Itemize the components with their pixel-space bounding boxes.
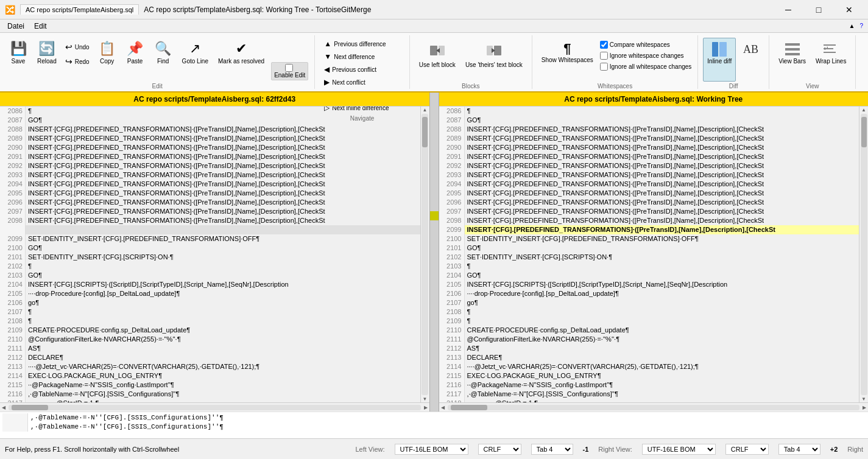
enable-edit-button[interactable]: Enable Edit: [271, 62, 308, 80]
whitespaces-group-content: ¶ Show Whitespaces Compare whitespaces I…: [537, 38, 693, 82]
reload-button[interactable]: 🔄 Reload: [33, 38, 61, 82]
ribbon-spacer: [856, 35, 868, 89]
right-pane-scroll[interactable]: 2086¶2087GO¶2088INSERT·[CFG].[PREDEFINED…: [439, 107, 869, 402]
left-pane-scroll[interactable]: 2086¶2087GO¶2088INSERT·[CFG].[PREDEFINED…: [0, 107, 429, 402]
right-vscroll-track[interactable]: [861, 114, 867, 395]
left-pane-header: AC repo scripts/TemplateAisberg.sql: 62f…: [0, 93, 429, 107]
right-vscroll-thumb[interactable]: [861, 117, 867, 147]
copy-button[interactable]: 📋 Copy: [94, 38, 121, 82]
ribbon-group-navigate: ▲ Previous difference ▼ Next difference …: [315, 35, 410, 89]
right-tab-dropdown[interactable]: Tab 4: [778, 444, 820, 455]
line-text: GO¶: [26, 244, 420, 253]
next-conflict-button[interactable]: ▶ Next conflict: [320, 76, 404, 88]
help-btn[interactable]: ?: [857, 23, 866, 29]
line-number: 2092: [0, 161, 26, 170]
right-vscroll-up[interactable]: ▲: [861, 107, 866, 113]
show-whitespaces-button[interactable]: ¶ Show Whitespaces: [537, 38, 598, 82]
right-vscroll-down[interactable]: ▼: [861, 396, 866, 402]
bottom-line-2-text: ,·@TableName·=·N''[CFG].[SSIS_Configurat…: [28, 422, 224, 432]
window-tabs: AC repo scripts/TemplateAisberg.sql: [20, 4, 139, 15]
ignore-all-ws-option[interactable]: Ignore all whitespace changes: [599, 62, 693, 71]
maximize-button[interactable]: □: [805, 1, 833, 19]
inline-diff-button[interactable]: Inline diff: [703, 38, 736, 82]
left-hscroll-thumb[interactable]: [12, 405, 48, 410]
right-vscroll[interactable]: ▲ ▼: [859, 107, 868, 402]
left-vscroll-down[interactable]: ▼: [423, 396, 428, 402]
right-eol-dropdown[interactable]: CRLF: [725, 444, 769, 455]
left-vscroll-up[interactable]: ▲: [423, 107, 428, 113]
status-bar: For Help, press F1. Scroll horizontally …: [0, 438, 868, 459]
blocks-group-content: Use left block Use 'theirs' text block: [415, 38, 527, 82]
ribbon-group-whitespaces: ¶ Show Whitespaces Compare whitespaces I…: [532, 35, 699, 89]
svg-rect-9: [785, 43, 800, 46]
right-hscroll-thumb[interactable]: [451, 405, 487, 410]
left-vscroll-thumb[interactable]: [422, 117, 428, 147]
menu-edit[interactable]: Edit: [29, 21, 52, 32]
right-hscroll-left[interactable]: ◀: [439, 405, 446, 410]
line-text: INSERT·[CFG].[PREDEFINED_TRANSFORMATIONS…: [26, 152, 420, 161]
ignore-ws-changes-option[interactable]: Ignore whitespace changes: [599, 51, 693, 60]
compare-ws-checkbox[interactable]: [600, 41, 608, 49]
line-number: 2091: [0, 152, 26, 161]
line-text: ¶: [26, 262, 420, 271]
right-hscroll-right[interactable]: ▶: [861, 405, 868, 410]
line-number: 2112: [439, 344, 465, 353]
svg-text:AB: AB: [743, 43, 758, 55]
use-left-block-button[interactable]: Use left block: [415, 38, 460, 82]
enable-edit-checkbox[interactable]: [285, 64, 293, 72]
prev-diff-button[interactable]: ▲ Previous difference: [320, 38, 404, 50]
line-number: 2097: [439, 207, 465, 216]
close-button[interactable]: ✕: [835, 1, 863, 19]
ignore-all-ws-checkbox[interactable]: [600, 63, 608, 71]
compare-whitespaces-option[interactable]: Compare whitespaces: [599, 40, 693, 49]
table-row: 2113DECLARE¶: [439, 353, 859, 362]
view-bars-button[interactable]: View Bars: [774, 38, 810, 82]
ignore-ws-changes-checkbox[interactable]: [600, 52, 608, 60]
prev-conflict-button[interactable]: ◀ Previous conflict: [320, 63, 404, 75]
svg-rect-14: [824, 48, 833, 49]
menu-datei[interactable]: Datei: [2, 21, 29, 32]
left-encoding-dropdown[interactable]: UTF-16LE BOM: [395, 444, 468, 455]
wrap-lines-button[interactable]: ↵ Wrap Lines: [811, 38, 850, 82]
line-number: 2107: [0, 307, 26, 317]
mark-resolved-button[interactable]: ✔ Mark as resolved: [214, 38, 269, 82]
left-hscroll-left[interactable]: ◀: [0, 405, 7, 410]
right-view-label: Right View:: [598, 446, 632, 453]
right-hscroll[interactable]: ◀ ▶: [439, 402, 869, 412]
undo-button[interactable]: ↩Undo: [62, 40, 93, 54]
use-theirs-button[interactable]: Use 'theirs' text block: [461, 38, 527, 82]
right-hscroll-track[interactable]: [448, 405, 860, 410]
minimize-button[interactable]: ─: [774, 1, 802, 19]
left-hscroll[interactable]: ◀ ▶: [0, 402, 429, 412]
line-text: ¶: [465, 262, 859, 271]
goto-button[interactable]: ↗ Goto Line: [178, 38, 213, 82]
right-encoding-dropdown[interactable]: UTF-16LE BOM: [642, 444, 716, 455]
left-tab-dropdown[interactable]: Tab 4: [531, 444, 573, 455]
ribbon-collapse-btn[interactable]: ▲: [847, 23, 858, 29]
left-eol-dropdown[interactable]: CRLF: [478, 444, 521, 455]
paste-button[interactable]: 📌 Paste: [122, 38, 149, 82]
svg-rect-13: [824, 44, 836, 46]
paste-icon: 📌: [127, 41, 143, 57]
table-row: 2097INSERT·[CFG].[PREDEFINED_TRANSFORMAT…: [0, 207, 420, 216]
left-hscroll-right[interactable]: ▶: [422, 405, 429, 410]
find-button[interactable]: 🔍 Find: [150, 38, 177, 82]
line-number: 2094: [439, 180, 465, 189]
save-button[interactable]: 💾 Save: [5, 38, 32, 82]
line-number: 2089: [0, 134, 26, 143]
table-row: 2102SET·IDENTITY_INSERT·[CFG].[SCRIPTS]·…: [439, 253, 859, 262]
ribbon-group-blocks: Use left block Use 'theirs' text block B…: [410, 35, 532, 89]
next-diff-button[interactable]: ▼ Next difference: [320, 51, 404, 63]
app-icon: 🔀: [5, 5, 15, 15]
line-number: 2103: [439, 262, 465, 271]
left-vscroll[interactable]: ▲ ▼: [420, 107, 429, 402]
line-number: 2109: [0, 326, 26, 335]
line-text: @ConfigurationFilterLike·NVARCHAR(255)·=…: [26, 335, 420, 344]
bottom-line-1: ,·@TableName·=·N''[CFG].[SSIS_Configurat…: [0, 413, 868, 422]
left-hscroll-track[interactable]: [9, 405, 421, 410]
line-text: GO¶: [26, 116, 420, 125]
left-vscroll-track[interactable]: [422, 114, 428, 395]
line-text: ··@PackageName·=·N''SSIS_config·LastImpo…: [26, 380, 420, 390]
redo-button[interactable]: ↪Redo: [62, 55, 93, 68]
char-diff-button[interactable]: AB: [737, 38, 764, 82]
